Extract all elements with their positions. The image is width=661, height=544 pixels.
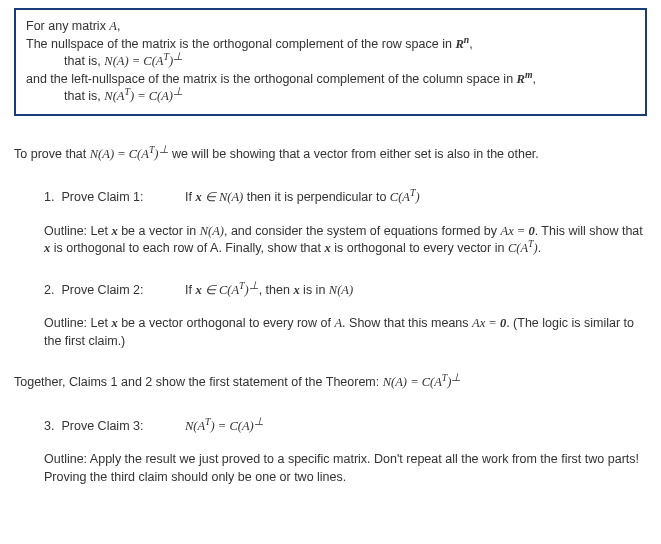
claim-label: Prove Claim 2:: [61, 282, 181, 300]
theorem-box: For any matrix A, The nullspace of the m…: [14, 8, 647, 116]
eq: =: [485, 316, 500, 330]
math-eq: N(AT) = C(A)⊥: [104, 89, 183, 103]
math: N(A) = C(AT)⊥: [383, 375, 462, 389]
text: is orthogonal to every vector in: [331, 241, 508, 255]
math-Rn: Rn: [455, 37, 469, 51]
theorem-line-4: and the left-nullspace of the matrix is …: [26, 71, 635, 89]
R: R: [517, 72, 525, 86]
claim-1: 1. Prove Claim 1: If x ∈ N(A) then it is…: [14, 189, 647, 258]
perp: ⊥: [173, 85, 183, 97]
math-eq: N(A) = C(AT)⊥: [104, 54, 183, 68]
text: If: [185, 283, 195, 297]
NA: N(A): [219, 190, 243, 204]
math-NA: N(A): [329, 283, 353, 297]
CAT: C(A: [143, 54, 163, 68]
perp: ⊥: [249, 278, 259, 290]
text: that is,: [64, 89, 104, 103]
CA: C(A): [149, 89, 173, 103]
text: is orthogonal to each row of A. Finally,…: [50, 241, 324, 255]
text: be a vector in: [118, 224, 200, 238]
text: Outline: Let: [44, 224, 111, 238]
CA: C(A): [229, 419, 253, 433]
eq: =: [514, 224, 529, 238]
text: If: [185, 190, 195, 204]
NAT: N(A: [185, 419, 205, 433]
claim-num: 3.: [44, 418, 58, 436]
claim-3-heading: 3. Prove Claim 3: N(AT) = C(A)⊥: [44, 418, 647, 436]
NA: N(A): [383, 375, 407, 389]
math: x ∈ N(A): [195, 190, 243, 204]
text: . This will show that: [535, 224, 643, 238]
NA: N(A): [104, 54, 128, 68]
math: C(AT): [390, 190, 420, 204]
text: To prove that: [14, 147, 90, 161]
NA: N(A): [90, 147, 114, 161]
Ax: Ax: [472, 316, 485, 330]
together-statement: Together, Claims 1 and 2 show the first …: [14, 374, 647, 392]
text: Outline: Let: [44, 316, 111, 330]
claim-num: 2.: [44, 282, 58, 300]
text: that is,: [64, 54, 104, 68]
CAT: C(A: [129, 147, 149, 161]
math: x ∈ C(AT)⊥: [195, 283, 258, 297]
claim-statement: If x ∈ N(A) then it is perpendicular to …: [185, 189, 420, 207]
in: ∈: [202, 283, 219, 297]
eq: =: [134, 89, 149, 103]
claim-3-outline: Outline: Apply the result we just proved…: [44, 451, 647, 486]
theorem-line-3: that is, N(A) = C(AT)⊥: [26, 53, 635, 71]
math: Ax = 0: [472, 316, 506, 330]
eq: =: [114, 147, 129, 161]
text: be a vector orthogonal to every row of: [118, 316, 335, 330]
claim-statement: N(AT) = C(A)⊥: [185, 418, 264, 436]
m: m: [525, 68, 533, 79]
claim-label: Prove Claim 1:: [61, 189, 181, 207]
text: ,: [469, 37, 472, 51]
claim-num: 1.: [44, 189, 58, 207]
text: For any matrix: [26, 19, 109, 33]
math-Rm: Rm: [517, 72, 533, 86]
claim-1-heading: 1. Prove Claim 1: If x ∈ N(A) then it is…: [44, 189, 647, 207]
CAT: C(A: [390, 190, 410, 204]
R: R: [455, 37, 463, 51]
text: ,: [533, 72, 536, 86]
perp: ⊥: [254, 414, 264, 426]
eq: =: [215, 419, 230, 433]
math: C(AT): [508, 241, 538, 255]
close: ): [415, 190, 419, 204]
theorem-line-2: The nullspace of the matrix is the ortho…: [26, 36, 635, 54]
claim-label: Prove Claim 3:: [61, 418, 181, 436]
NAT: N(A: [104, 89, 124, 103]
claim-2-heading: 2. Prove Claim 2: If x ∈ C(AT)⊥, then x …: [44, 282, 647, 300]
text: , and consider the system of equations f…: [224, 224, 501, 238]
perp: ⊥: [173, 50, 183, 62]
perp: ⊥: [451, 371, 461, 383]
text: we will be showing that a vector from ei…: [169, 147, 539, 161]
text: , then: [259, 283, 294, 297]
text: is in: [300, 283, 329, 297]
text: ,: [117, 19, 120, 33]
theorem-line-5: that is, N(AT) = C(A)⊥: [26, 88, 635, 106]
eq: =: [129, 54, 144, 68]
math-A: A: [109, 19, 117, 33]
in: ∈: [202, 190, 219, 204]
claim-statement: If x ∈ C(AT)⊥, then x is in N(A): [185, 282, 353, 300]
CAT: C(A: [422, 375, 442, 389]
text: The nullspace of the matrix is the ortho…: [26, 37, 455, 51]
math: Ax = 0: [501, 224, 535, 238]
CAT: C(A: [219, 283, 239, 297]
Ax: Ax: [501, 224, 514, 238]
claim-3: 3. Prove Claim 3: N(AT) = C(A)⊥ Outline:…: [14, 418, 647, 487]
text: Together, Claims 1 and 2 show the first …: [14, 375, 383, 389]
proof-intro: To prove that N(A) = C(AT)⊥ we will be s…: [14, 146, 647, 164]
claim-1-outline: Outline: Let x be a vector in N(A), and …: [44, 223, 647, 258]
text: and the left-nullspace of the matrix is …: [26, 72, 517, 86]
text: then it is perpendicular to: [243, 190, 390, 204]
text: . Show that this means: [342, 316, 472, 330]
text: .: [538, 241, 541, 255]
math-NA: N(A): [200, 224, 224, 238]
eq: =: [407, 375, 422, 389]
claim-2: 2. Prove Claim 2: If x ∈ C(AT)⊥, then x …: [14, 282, 647, 351]
perp: ⊥: [159, 142, 169, 154]
math-goal: N(A) = C(AT)⊥: [90, 147, 169, 161]
claim-2-outline: Outline: Let x be a vector orthogonal to…: [44, 315, 647, 350]
